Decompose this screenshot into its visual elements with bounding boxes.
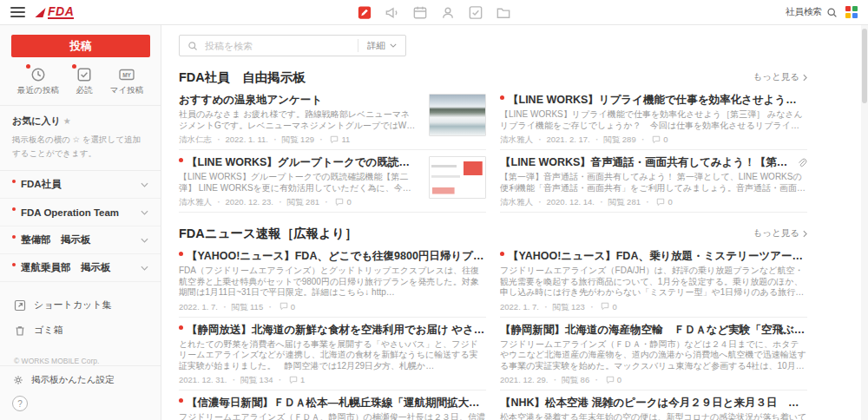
post-comments: 11 [341,135,350,144]
post-title: 【LINE WORKS】リプライ機能で仕事を効率化させよう［第三弾］ [508,94,807,107]
post-title: おすすめの温泉地アンケート [179,94,322,107]
post-title: 【静岡新聞】北海道の海産物空輸 ＦＤＡなど実験「空飛ぶフードプロジェクト」 [500,324,807,337]
chevron-down-icon [141,182,148,187]
sidebar-item-board-operation-team[interactable]: FDA Operation Team [0,199,161,226]
copyright: © WORKS MOBILE Corp. [0,343,161,365]
fda-logo[interactable]: FDA [37,5,74,19]
quick-links: 最近の投稿 必読 MY マイ投稿 [0,65,161,106]
quick-badge-0 [26,64,30,69]
post-meta: 2022. 1. 7. 閲覧 123 0 [500,302,807,312]
scrollbar-thumb[interactable] [862,29,867,103]
post-button[interactable]: 投稿 [11,35,150,57]
comment-bubble-icon [289,376,298,384]
section-title: FDAニュース速報［広報より］ [179,226,358,242]
post-comments: 1 [300,375,305,384]
unread-dot-icon [179,252,183,256]
post-card[interactable]: 【静岡放送】北海道の新鮮な食材を空港利用でお届け やさいバスとFDAなどが連携実… [179,318,486,391]
post-excerpt: 松本空港を発着する年末年始の空の便は、新型コロナの感染状況が落ち着いてきたことか… [500,412,807,420]
post-card[interactable]: 【YAHOO!ニュース】FDA、乗り放題・ミステリーツアーで需要喚起 日帰りプラ… [500,244,807,318]
board-section: FDAニュース速報［広報より］ もっと見る 【YAHOO!ニュース】FDA、どこ… [179,226,807,420]
comment-bubble-icon [652,135,661,144]
unread-dot-icon [12,263,16,266]
board-label: 運航乗員部 掲示板 [21,261,141,274]
post-excerpt: とれたての野菜を消費者へ届ける事業を展開する「やさいバス」と、フジドリームエアラ… [179,339,486,372]
board-label: FDA Operation Team [21,207,141,218]
scrollbar-track [861,25,868,420]
sidebar-item-board-flight-crew[interactable]: 運航乗員部 掲示板 [0,254,161,282]
post-views: 閲覧 281 [595,197,641,207]
unread-dot-icon [500,252,504,256]
post-card[interactable]: 【静岡新聞】北海道の海産物空輸 ＦＤＡなど実験「空飛ぶフードプロジェクト」 フジ… [500,318,807,391]
comment-bubble-icon [279,302,288,311]
shortcut-label: ショートカット集 [34,299,112,312]
comment-bubble-icon [606,376,615,384]
sidebar-item-shortcuts[interactable]: ショートカット集 [0,292,161,318]
sidebar-item-trash[interactable]: ゴミ箱 [0,318,161,343]
drive-app-icon[interactable] [496,4,512,21]
app-launcher-icon[interactable] [845,6,858,18]
board-label: FDA社員 [21,178,141,191]
more-link-label: もっと見る [753,227,799,240]
search-icon [826,7,838,18]
post-card[interactable]: 【信濃毎日新聞】ＦＤＡ松本―札幌丘珠線「運航期間拡大を検討」 楠瀬社長インタビュ… [179,390,486,420]
post-comments: 0 [612,302,616,312]
post-card[interactable]: 【YAHOO!ニュース】FDA、どこでも往復9800円日帰りプラン。往復空港発と… [179,244,486,318]
comment-bubble-icon [330,135,339,144]
post-date: 2022. 1. 7. [179,302,218,312]
contacts-app-icon[interactable] [440,4,457,21]
employee-search[interactable]: 社員検索 [786,6,838,18]
calendar-app-icon[interactable] [412,4,429,21]
sidebar-item-board-maintenance[interactable]: 整備部 掲示板 [0,226,161,254]
post-meta: 清水雅人 2020. 12. 14. 閲覧 281 0 [500,197,807,207]
quick-label: 最近の投稿 [17,85,59,96]
quick-label: マイ投稿 [110,85,143,96]
search-detail-label: 詳細 [367,40,385,52]
post-main: 【LINE WORKS】リプライ機能で仕事を効率化させよう［第三弾］ 【LINE… [500,94,807,144]
search-icon [187,41,198,51]
unread-dot-icon [179,398,183,403]
gear-icon [12,374,24,386]
post-card[interactable]: おすすめの温泉地アンケート 社員のみなさま お疲れ様です。路線戦略部レベニューマ… [179,88,486,150]
svg-text:MY: MY [122,72,131,78]
app-header: FDA 社員検索 [0,0,868,25]
board-section: FDA社員 自由掲示板 もっと見る おすすめの温泉地アンケート 社員のみなさま … [179,69,807,213]
post-card[interactable]: 【LINE WORKS】グループトークでの既読確認機能【第二弾】 【LINE W… [179,150,486,213]
post-title: 【信濃毎日新聞】ＦＤＡ松本―札幌丘珠線「運航期間拡大を検討」 楠瀬社長インタビュ… [187,397,486,410]
post-excerpt: フジドリームエアラインズ（ＦＤＡ、静岡市）の楠瀬俊一社長は２３日、信濃毎日新聞の… [179,412,486,420]
comment-bubble-icon [601,302,609,311]
post-main: 【静岡放送】北海道の新鮮な食材を空港利用でお届け やさいバスとFDAなどが連携実… [179,324,486,385]
search-detail-dropdown[interactable]: 詳細 [358,39,405,52]
help-icon[interactable]: ? [12,396,28,411]
post-date: 2020. 12. 23. [212,197,273,207]
post-title-row: 【静岡放送】北海道の新鮮な食材を空港利用でお届け やさいバスとFDAなどが連携実… [179,324,486,337]
sidebar-item-board-fda-employees[interactable]: FDA社員 [0,171,161,199]
post-search-bar: 詳細 [179,35,406,56]
menu-hamburger-icon[interactable] [10,7,25,17]
post-card[interactable]: 【NHK】松本空港 混雑のピークは今月２９日と来月３日 ＜動画あり＞ 松本空港を… [500,390,807,420]
post-thumbnail [429,156,486,199]
announcement-app-icon[interactable] [385,4,401,21]
post-title-row: 【LINE WORKS】グループトークでの既読確認機能【第二弾】 [179,156,418,169]
post-title-row: 【NHK】松本空港 混雑のピークは今月２９日と来月３日 ＜動画あり＞ [500,397,807,410]
more-link[interactable]: もっと見る [753,71,807,83]
post-title: 【LINE WORKS】グループトークでの既読確認機能【第二弾】 [187,156,418,169]
post-comments: 0 [346,197,351,207]
post-card[interactable]: 【LINE WORKS】リプライ機能で仕事を効率化させよう［第三弾］ 【LINE… [500,88,807,150]
sidebar-item-recent-posts[interactable]: 最近の投稿 [17,67,59,96]
board-easy-settings-button[interactable]: 掲示板かんたん設定 [0,365,161,394]
post-title: 【YAHOO!ニュース】FDA、乗り放題・ミステリーツアーで需要喚起 日帰りプラ… [508,250,807,263]
post-card[interactable]: 【LINE WORKS】音声通話・画面共有してみよう！【第一弾】 【第一弾】音声… [500,150,807,213]
unread-dot-icon [12,207,16,211]
board-app-icon[interactable] [357,4,373,21]
post-search-input[interactable] [203,40,358,52]
post-main: 【LINE WORKS】音声通話・画面共有してみよう！【第一弾】 【第一弾】音声… [500,156,807,207]
post-comment-count: 1 [273,375,305,384]
sidebar-item-my-posts[interactable]: MY マイ投稿 [110,67,143,96]
post-date: 2022. 1. 7. [500,302,539,312]
more-link[interactable]: もっと見る [753,227,807,240]
post-date: 2021. 2. 17. [533,135,590,144]
sidebar-item-must-read[interactable]: 必読 [76,67,93,96]
caret-down-icon [390,43,397,48]
task-app-icon[interactable] [468,4,484,21]
post-title-row: 【YAHOO!ニュース】FDA、どこでも往復9800円日帰りプラン。往復空港発と… [179,250,486,263]
